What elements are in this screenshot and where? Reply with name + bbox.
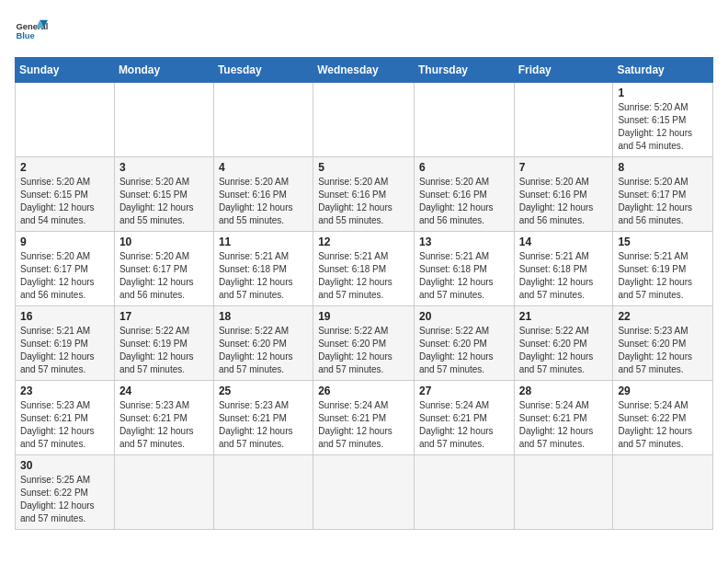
calendar-cell: 25Sunrise: 5:23 AM Sunset: 6:21 PM Dayli… xyxy=(213,381,313,455)
weekday-header-saturday: Saturday xyxy=(613,58,713,83)
calendar-cell: 10Sunrise: 5:20 AM Sunset: 6:17 PM Dayli… xyxy=(114,232,213,306)
weekday-header-row: SundayMondayTuesdayWednesdayThursdayFrid… xyxy=(16,58,713,83)
calendar-cell: 20Sunrise: 5:22 AM Sunset: 6:20 PM Dayli… xyxy=(414,306,514,381)
calendar-cell xyxy=(213,455,313,530)
day-number: 14 xyxy=(519,236,609,248)
calendar-cell: 15Sunrise: 5:21 AM Sunset: 6:19 PM Dayli… xyxy=(613,232,713,306)
calendar-cell: 3Sunrise: 5:20 AM Sunset: 6:15 PM Daylig… xyxy=(114,157,213,232)
calendar-cell: 23Sunrise: 5:23 AM Sunset: 6:21 PM Dayli… xyxy=(16,381,115,455)
day-number: 30 xyxy=(20,459,109,472)
day-info: Sunrise: 5:20 AM Sunset: 6:17 PM Dayligh… xyxy=(618,176,708,227)
day-info: Sunrise: 5:21 AM Sunset: 6:19 PM Dayligh… xyxy=(20,325,109,376)
day-number: 18 xyxy=(219,310,308,323)
weekday-header-wednesday: Wednesday xyxy=(313,58,415,83)
header: General Blue xyxy=(15,15,713,48)
calendar-cell: 24Sunrise: 5:23 AM Sunset: 6:21 PM Dayli… xyxy=(114,381,213,455)
day-number: 7 xyxy=(519,161,609,174)
day-info: Sunrise: 5:22 AM Sunset: 6:20 PM Dayligh… xyxy=(419,325,509,376)
calendar-cell: 26Sunrise: 5:24 AM Sunset: 6:21 PM Dayli… xyxy=(313,381,415,455)
weekday-header-monday: Monday xyxy=(114,58,213,83)
calendar-cell: 7Sunrise: 5:20 AM Sunset: 6:16 PM Daylig… xyxy=(514,157,613,232)
day-info: Sunrise: 5:22 AM Sunset: 6:19 PM Dayligh… xyxy=(119,325,209,376)
calendar-cell xyxy=(313,83,415,157)
calendar-cell xyxy=(313,455,415,530)
day-number: 8 xyxy=(618,161,708,174)
calendar-cell: 2Sunrise: 5:20 AM Sunset: 6:15 PM Daylig… xyxy=(16,157,115,232)
day-info: Sunrise: 5:20 AM Sunset: 6:15 PM Dayligh… xyxy=(618,101,708,153)
day-number: 29 xyxy=(618,385,708,397)
day-info: Sunrise: 5:21 AM Sunset: 6:18 PM Dayligh… xyxy=(419,250,509,302)
day-info: Sunrise: 5:22 AM Sunset: 6:20 PM Dayligh… xyxy=(318,325,409,376)
day-info: Sunrise: 5:20 AM Sunset: 6:15 PM Dayligh… xyxy=(119,176,209,227)
weekday-header-sunday: Sunday xyxy=(16,58,115,83)
day-number: 13 xyxy=(419,236,509,248)
day-info: Sunrise: 5:20 AM Sunset: 6:16 PM Dayligh… xyxy=(318,176,409,227)
calendar-cell: 13Sunrise: 5:21 AM Sunset: 6:18 PM Dayli… xyxy=(414,232,514,306)
day-info: Sunrise: 5:20 AM Sunset: 6:15 PM Dayligh… xyxy=(20,176,109,227)
calendar-cell: 1Sunrise: 5:20 AM Sunset: 6:15 PM Daylig… xyxy=(613,83,713,157)
day-number: 9 xyxy=(20,236,109,248)
calendar-cell xyxy=(414,455,514,530)
day-info: Sunrise: 5:20 AM Sunset: 6:17 PM Dayligh… xyxy=(20,250,109,302)
day-number: 25 xyxy=(219,385,308,397)
day-number: 3 xyxy=(119,161,209,174)
calendar-cell: 4Sunrise: 5:20 AM Sunset: 6:16 PM Daylig… xyxy=(213,157,313,232)
day-number: 2 xyxy=(20,161,109,174)
day-info: Sunrise: 5:20 AM Sunset: 6:16 PM Dayligh… xyxy=(219,176,308,227)
weekday-header-friday: Friday xyxy=(514,58,613,83)
day-number: 16 xyxy=(20,310,109,323)
day-number: 21 xyxy=(519,310,609,323)
day-number: 6 xyxy=(419,161,509,174)
calendar-cell xyxy=(414,83,514,157)
calendar-body: 1Sunrise: 5:20 AM Sunset: 6:15 PM Daylig… xyxy=(16,83,713,530)
calendar-header: SundayMondayTuesdayWednesdayThursdayFrid… xyxy=(16,58,713,83)
day-number: 22 xyxy=(618,310,708,323)
day-number: 26 xyxy=(318,385,409,397)
calendar-cell: 11Sunrise: 5:21 AM Sunset: 6:18 PM Dayli… xyxy=(213,232,313,306)
calendar-cell: 22Sunrise: 5:23 AM Sunset: 6:20 PM Dayli… xyxy=(613,306,713,381)
calendar-week-row: 16Sunrise: 5:21 AM Sunset: 6:19 PM Dayli… xyxy=(16,306,713,381)
day-info: Sunrise: 5:24 AM Sunset: 6:21 PM Dayligh… xyxy=(318,399,409,451)
day-info: Sunrise: 5:22 AM Sunset: 6:20 PM Dayligh… xyxy=(519,325,609,376)
calendar-cell: 6Sunrise: 5:20 AM Sunset: 6:16 PM Daylig… xyxy=(414,157,514,232)
day-info: Sunrise: 5:24 AM Sunset: 6:21 PM Dayligh… xyxy=(419,399,509,451)
weekday-header-tuesday: Tuesday xyxy=(213,58,313,83)
calendar-cell: 19Sunrise: 5:22 AM Sunset: 6:20 PM Dayli… xyxy=(313,306,415,381)
calendar-cell: 30Sunrise: 5:25 AM Sunset: 6:22 PM Dayli… xyxy=(16,455,115,530)
day-info: Sunrise: 5:22 AM Sunset: 6:20 PM Dayligh… xyxy=(219,325,308,376)
calendar-cell xyxy=(514,83,613,157)
day-info: Sunrise: 5:21 AM Sunset: 6:19 PM Dayligh… xyxy=(618,250,708,302)
day-number: 1 xyxy=(618,86,708,99)
day-info: Sunrise: 5:20 AM Sunset: 6:17 PM Dayligh… xyxy=(119,250,209,302)
weekday-header-thursday: Thursday xyxy=(414,58,514,83)
day-info: Sunrise: 5:23 AM Sunset: 6:20 PM Dayligh… xyxy=(618,325,708,376)
calendar-table: SundayMondayTuesdayWednesdayThursdayFrid… xyxy=(15,57,713,530)
day-number: 4 xyxy=(219,161,308,174)
calendar-week-row: 30Sunrise: 5:25 AM Sunset: 6:22 PM Dayli… xyxy=(16,455,713,530)
calendar-cell: 9Sunrise: 5:20 AM Sunset: 6:17 PM Daylig… xyxy=(16,232,115,306)
calendar-week-row: 1Sunrise: 5:20 AM Sunset: 6:15 PM Daylig… xyxy=(16,83,713,157)
calendar-week-row: 2Sunrise: 5:20 AM Sunset: 6:15 PM Daylig… xyxy=(16,157,713,232)
day-number: 28 xyxy=(519,385,609,397)
day-info: Sunrise: 5:21 AM Sunset: 6:18 PM Dayligh… xyxy=(519,250,609,302)
calendar-cell: 27Sunrise: 5:24 AM Sunset: 6:21 PM Dayli… xyxy=(414,381,514,455)
calendar-cell: 29Sunrise: 5:24 AM Sunset: 6:22 PM Dayli… xyxy=(613,381,713,455)
calendar-cell xyxy=(114,83,213,157)
day-number: 12 xyxy=(318,236,409,248)
calendar-cell: 21Sunrise: 5:22 AM Sunset: 6:20 PM Dayli… xyxy=(514,306,613,381)
day-info: Sunrise: 5:25 AM Sunset: 6:22 PM Dayligh… xyxy=(20,474,109,525)
day-number: 19 xyxy=(318,310,409,323)
calendar-cell xyxy=(613,455,713,530)
calendar-cell: 5Sunrise: 5:20 AM Sunset: 6:16 PM Daylig… xyxy=(313,157,415,232)
day-info: Sunrise: 5:23 AM Sunset: 6:21 PM Dayligh… xyxy=(20,399,109,451)
day-info: Sunrise: 5:23 AM Sunset: 6:21 PM Dayligh… xyxy=(119,399,209,451)
calendar-cell: 12Sunrise: 5:21 AM Sunset: 6:18 PM Dayli… xyxy=(313,232,415,306)
day-number: 17 xyxy=(119,310,209,323)
calendar-cell: 17Sunrise: 5:22 AM Sunset: 6:19 PM Dayli… xyxy=(114,306,213,381)
day-number: 11 xyxy=(219,236,308,248)
calendar-week-row: 23Sunrise: 5:23 AM Sunset: 6:21 PM Dayli… xyxy=(16,381,713,455)
day-info: Sunrise: 5:21 AM Sunset: 6:18 PM Dayligh… xyxy=(318,250,409,302)
calendar-cell xyxy=(16,83,115,157)
day-number: 10 xyxy=(119,236,209,248)
calendar-cell: 14Sunrise: 5:21 AM Sunset: 6:18 PM Dayli… xyxy=(514,232,613,306)
